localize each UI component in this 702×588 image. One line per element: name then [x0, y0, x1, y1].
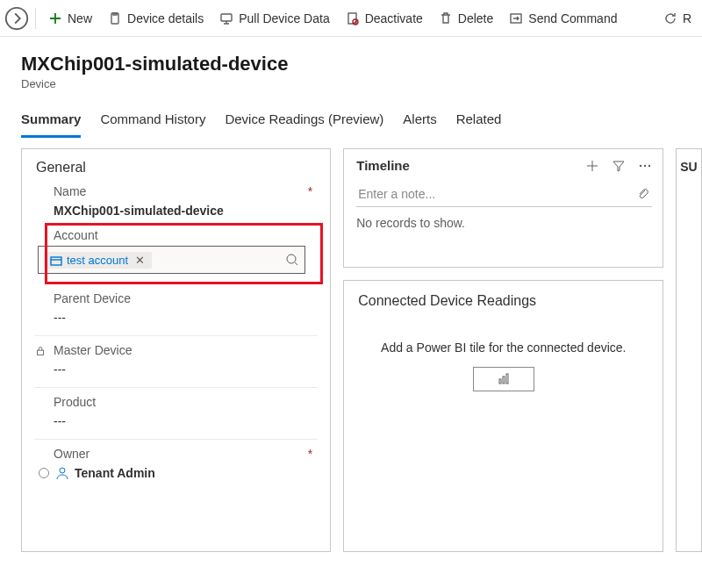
connected-readings-panel: Connected Device Readings Add a Power BI… [343, 280, 663, 552]
search-icon[interactable] [285, 253, 299, 267]
device-details-button[interactable]: Device details [101, 4, 211, 32]
tab-summary[interactable]: Summary [21, 108, 81, 138]
attachment-icon[interactable] [636, 187, 650, 201]
deactivate-icon [346, 11, 360, 25]
svg-rect-6 [51, 257, 61, 265]
master-device-label: Master Device [54, 343, 132, 357]
tab-related[interactable]: Related [456, 108, 502, 138]
parent-device-field[interactable]: Parent Device --- [22, 288, 330, 332]
readings-title: Connected Device Readings [344, 281, 663, 314]
right-column: Timeline Enter a note... No records to s… [343, 148, 663, 552]
product-field[interactable]: Product --- [22, 391, 330, 435]
send-command-button[interactable]: Send Command [502, 4, 624, 32]
timeline-title: Timeline [356, 158, 410, 173]
parent-device-label: Parent Device [54, 291, 131, 305]
svg-rect-8 [38, 350, 44, 355]
timeline-panel: Timeline Enter a note... No records to s… [343, 148, 663, 268]
refresh-icon [663, 11, 677, 25]
pull-data-button[interactable]: Pull Device Data [212, 4, 337, 32]
master-device-value: --- [54, 362, 316, 376]
send-command-label: Send Command [528, 11, 617, 25]
refresh-label: R [683, 11, 691, 25]
tab-device-readings[interactable]: Device Readings (Preview) [225, 108, 383, 138]
pull-icon [219, 11, 233, 25]
parent-device-value: --- [54, 311, 316, 325]
svg-point-11 [640, 164, 641, 166]
svg-rect-16 [506, 374, 508, 384]
timeline-empty: No records to show. [344, 207, 663, 239]
svg-point-10 [60, 468, 65, 473]
owner-field[interactable]: Owner* Tenant Admin [22, 443, 330, 487]
send-icon [509, 11, 523, 25]
timeline-placeholder: Enter a note... [358, 187, 435, 201]
tab-alerts[interactable]: Alerts [403, 108, 436, 138]
filter-icon[interactable] [612, 159, 626, 173]
account-label: Account [54, 228, 98, 242]
add-icon[interactable] [585, 159, 599, 173]
delete-label: Delete [458, 11, 493, 25]
account-icon [49, 254, 61, 266]
svg-point-0 [6, 7, 27, 28]
account-chip-label: test account [67, 254, 128, 267]
owner-label: Owner [54, 447, 90, 461]
deactivate-label: Deactivate [365, 11, 423, 25]
content-area: General Name* MXChip001-simulated-device… [0, 148, 702, 552]
name-label: Name [54, 184, 86, 198]
entity-name: Device [21, 77, 702, 90]
general-title: General [22, 149, 330, 181]
timeline-note-input[interactable]: Enter a note... [356, 182, 652, 207]
svg-point-13 [648, 164, 650, 166]
plus-icon [48, 11, 62, 25]
tab-command-history[interactable]: Command History [100, 108, 205, 138]
required-mark: * [308, 447, 316, 461]
expand-icon[interactable] [4, 5, 30, 32]
command-bar: New Device details Pull Device Data Deac… [0, 0, 702, 37]
clipboard-icon [108, 11, 122, 25]
page-title: MXChip001-simulated-device [21, 53, 702, 75]
account-field[interactable]: Account test account ✕ [48, 225, 319, 283]
new-label: New [68, 11, 92, 25]
required-mark: * [308, 184, 316, 198]
svg-rect-15 [503, 376, 505, 384]
pull-data-label: Pull Device Data [239, 11, 330, 25]
svg-point-12 [644, 164, 646, 166]
name-value: MXChip001-simulated-device [54, 204, 316, 218]
readings-message: Add a Power BI tile for the connected de… [344, 341, 663, 355]
product-value: --- [54, 414, 316, 428]
person-icon [55, 466, 69, 480]
account-lookup[interactable]: test account ✕ [38, 246, 305, 274]
refresh-button[interactable]: R [656, 4, 698, 32]
delete-button[interactable]: Delete [432, 4, 500, 32]
divider [34, 387, 318, 388]
divider [34, 439, 318, 440]
svg-point-9 [39, 469, 49, 478]
page-header: MXChip001-simulated-device Device [0, 37, 702, 94]
suggestions-label: SU [680, 160, 697, 174]
lock-icon [34, 345, 47, 357]
clear-icon[interactable]: ✕ [133, 254, 147, 267]
powerbi-icon [497, 372, 511, 386]
device-details-label: Device details [127, 11, 204, 25]
product-label: Product [54, 395, 96, 409]
add-powerbi-button[interactable] [473, 367, 534, 391]
account-chip[interactable]: test account ✕ [44, 252, 152, 269]
name-field[interactable]: Name* MXChip001-simulated-device [22, 181, 330, 225]
owner-value: Tenant Admin [75, 466, 155, 480]
suggestions-panel[interactable]: SU [676, 148, 702, 552]
general-panel: General Name* MXChip001-simulated-device… [21, 148, 331, 552]
svg-rect-2 [221, 14, 232, 21]
status-icon [38, 467, 50, 479]
deactivate-button[interactable]: Deactivate [339, 4, 430, 32]
svg-rect-14 [499, 379, 501, 384]
trash-icon [439, 11, 453, 25]
divider [34, 335, 318, 336]
tab-strip: Summary Command History Device Readings … [0, 94, 702, 138]
new-button[interactable]: New [41, 4, 99, 32]
separator [35, 8, 36, 29]
master-device-field[interactable]: Master Device --- [22, 340, 330, 384]
more-icon[interactable] [638, 159, 652, 173]
svg-point-7 [287, 255, 296, 263]
